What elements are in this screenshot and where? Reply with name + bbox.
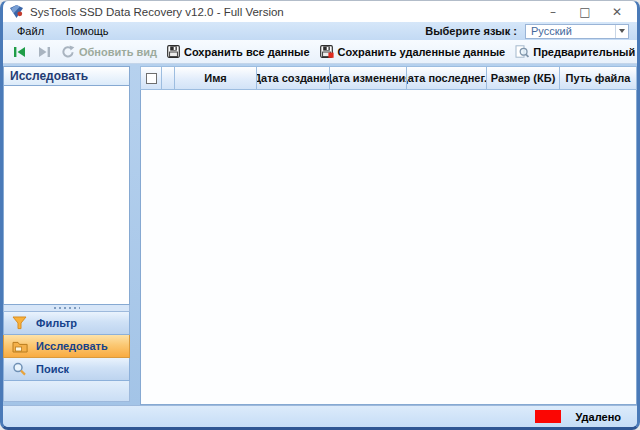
first-page-icon [13,46,27,58]
save-deleted-label: Сохранить удаленные данные [338,46,506,58]
file-list[interactable] [140,90,637,405]
last-page-button[interactable] [33,44,55,60]
save-deleted-icon [320,45,334,58]
app-window: SysTools SSD Data Recovery v12.0 - Full … [0,0,640,430]
save-all-label: Сохранить все данные [184,46,310,58]
select-all-checkbox[interactable] [140,66,162,90]
sidebar-item-explore-label: Исследовать [36,340,108,352]
maximize-button[interactable]: □ [569,2,601,22]
minimize-button[interactable]: – [537,2,569,22]
search-icon [11,362,28,376]
table-header: Имя Дата создания Дата изменения Дата по… [140,66,637,90]
language-label: Выберите язык : [425,25,517,37]
deleted-legend-label: Удалено [575,411,621,423]
deleted-legend-swatch [535,410,561,423]
column-header-modified[interactable]: Дата изменения [330,66,407,90]
sidebar-item-filter[interactable]: Фильтр [3,312,130,335]
column-header-size[interactable]: Размер (КБ) [487,66,560,90]
titlebar[interactable]: SysTools SSD Data Recovery v12.0 - Full … [3,1,637,22]
preview-button[interactable]: Предварительный просмотр [511,43,640,60]
folder-tree[interactable] [3,86,130,305]
close-button[interactable]: ✕ [601,2,633,22]
refresh-view-button[interactable]: Обновить вид [57,43,161,60]
column-header-created[interactable]: Дата создания [257,66,330,90]
chevron-down-icon[interactable] [615,25,628,38]
toolbar: Обновить вид Сохранить все данные [3,40,637,64]
language-selector: Выберите язык : Русский [425,24,629,39]
save-all-icon [167,45,180,58]
refresh-view-label: Обновить вид [79,46,157,58]
language-value: Русский [531,25,615,37]
file-table: Имя Дата создания Дата изменения Дата по… [140,64,637,405]
sidebar-item-search[interactable]: Поиск [3,358,130,381]
main-area: Исследовать Фильтр Исследова [3,64,637,405]
sidebar-header: Исследовать [3,66,130,86]
funnel-icon [11,316,28,330]
language-select[interactable]: Русский [525,24,629,39]
column-header-name[interactable]: Имя [175,66,257,90]
panel-divider [130,64,140,405]
menu-help[interactable]: Помощь [66,25,109,37]
statusbar: Удалено [3,405,637,427]
menubar: Файл Помощь Выберите язык : Русский [3,22,637,40]
column-header-path[interactable]: Путь файла [560,66,637,90]
last-page-icon [37,46,51,58]
first-page-button[interactable] [9,44,31,60]
checkbox-icon [146,73,157,84]
save-all-button[interactable]: Сохранить все данные [163,43,314,60]
preview-icon [515,45,529,58]
column-header-accessed[interactable]: Дата последнег... [407,66,487,90]
sidebar-filler [3,381,130,402]
sidebar-item-explore[interactable]: Исследовать [3,335,130,358]
window-controls: – □ ✕ [537,2,633,22]
menu-file[interactable]: Файл [17,25,44,37]
refresh-icon [61,45,75,58]
splitter-grip[interactable] [3,305,130,312]
folder-icon [11,340,28,353]
window-title: SysTools SSD Data Recovery v12.0 - Full … [30,6,537,18]
app-logo-icon [9,4,25,19]
save-deleted-button[interactable]: Сохранить удаленные данные [316,43,510,60]
sidebar: Исследовать Фильтр Исследова [3,64,130,405]
column-header-icon [162,66,175,90]
preview-label: Предварительный просмотр [533,46,640,58]
sidebar-item-filter-label: Фильтр [36,317,77,329]
sidebar-item-search-label: Поиск [36,363,69,375]
